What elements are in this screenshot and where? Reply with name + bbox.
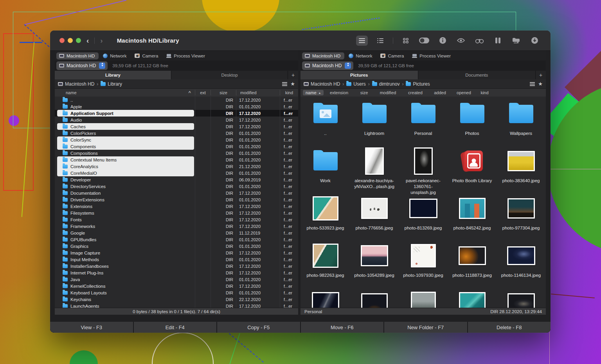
close-button[interactable] — [59, 38, 65, 43]
grid-item[interactable]: photo-533923.jpeg — [301, 192, 350, 240]
file-row[interactable]: FrameworksDIR17.12.2020f...er — [55, 223, 298, 230]
file-row[interactable]: FilesystemsDIR17.12.2020f...er — [55, 210, 298, 216]
folder-tab-library[interactable]: Library — [55, 71, 171, 79]
file-row[interactable]: AppleDIR01.01.2020f...er — [55, 103, 298, 110]
file-row[interactable]: GoogleDIR11.12.2019f...er — [55, 230, 298, 236]
device-tab-macintosh-hd[interactable]: Macintosh HD — [56, 52, 99, 59]
file-row[interactable]: InstallerSandboxesDIR17.12.2020f...er — [55, 263, 298, 269]
forward-button[interactable]: › — [95, 36, 108, 45]
grid-item[interactable]: photo-1054289.jpeg — [350, 240, 399, 287]
function-key-f8[interactable]: Delete - F8 — [468, 322, 551, 333]
column-header-modified[interactable]: modified — [374, 90, 402, 95]
file-row[interactable]: LaunchAgentsDIR17.12.2020f...er — [55, 303, 298, 308]
file-row[interactable]: ExtensionsDIR17.12.2020f...er — [55, 203, 298, 210]
folder-tab-desktop[interactable]: Desktop — [171, 71, 288, 79]
favorites-star-icon[interactable]: ★ — [538, 81, 543, 86]
breadcrumb-segment[interactable]: Macintosh HD — [304, 81, 340, 87]
file-row[interactable]: KeychainsDIR22.12.2020f...er — [55, 296, 298, 303]
file-row[interactable]: GraphicsDIR01.01.2020f...er — [55, 243, 298, 249]
file-row[interactable]: Input MethodsDIR01.01.2020f...er — [55, 256, 298, 263]
grid-item[interactable]: photo-982263.jpeg — [301, 240, 350, 287]
grid-item[interactable]: Photo Booth Library — [448, 145, 497, 192]
grid-item[interactable]: Wallpapers — [497, 98, 545, 145]
device-tab-camera[interactable]: Camera — [378, 52, 408, 59]
file-row[interactable]: DriverExtensionsDIR01.01.2020f...er — [55, 196, 298, 203]
dual-pane-button[interactable] — [492, 36, 504, 46]
file-row[interactable]: KernelCollectionsDIR17.12.2020f...er — [55, 283, 298, 289]
minimize-button[interactable] — [68, 38, 73, 43]
grid-item[interactable] — [448, 287, 497, 308]
device-tab-network[interactable]: Network — [346, 52, 376, 59]
network-folder-button[interactable] — [510, 36, 522, 46]
download-button[interactable] — [529, 36, 540, 46]
grid-item[interactable]: photo-1146134.jpeg — [497, 240, 545, 287]
back-button[interactable]: ‹ — [81, 36, 94, 45]
column-header-name[interactable]: name▲ — [303, 90, 324, 95]
file-row[interactable]: CachesDIR17.12.2020f...er — [55, 123, 298, 130]
file-row[interactable]: FontsDIR17.12.2020f...er — [55, 216, 298, 223]
device-tab-camera[interactable]: Camera — [132, 52, 162, 59]
function-key-f4[interactable]: Edit - F4 — [134, 322, 217, 333]
grid-item[interactable]: Personal — [399, 98, 448, 145]
grid-item[interactable]: photo-845242.jpeg — [448, 192, 497, 240]
file-row[interactable]: ComponentsDIR01.01.2020f...er — [55, 143, 298, 150]
detail-view-button[interactable] — [374, 36, 386, 46]
file-row[interactable]: Image CaptureDIR17.12.2020f...er — [55, 249, 298, 256]
grid-item[interactable]: Lightroom — [350, 98, 399, 145]
device-tab-process-viewer[interactable]: Process Viewer — [409, 52, 455, 59]
column-header-modified[interactable]: modified — [236, 90, 280, 95]
column-header-kind[interactable]: kind — [280, 90, 298, 95]
info-button[interactable] — [437, 36, 448, 46]
file-row[interactable]: ColorPickersDIR01.01.2020f...er — [55, 130, 298, 136]
file-row[interactable]: JavaDIR01.01.2020f...er — [55, 276, 298, 283]
file-row[interactable]: AudioDIR17.12.2020f...er — [55, 117, 298, 123]
list-view-button[interactable] — [356, 36, 368, 46]
grid-item[interactable]: Work — [301, 145, 350, 192]
zoom-button[interactable] — [76, 38, 81, 43]
grid-item[interactable] — [497, 287, 545, 308]
column-header-kind[interactable]: kind — [476, 90, 493, 95]
column-header-created[interactable]: created — [402, 90, 428, 95]
drive-stepper[interactable]: ▲▼ — [99, 63, 105, 69]
column-header-extension[interactable]: extension — [324, 90, 354, 95]
folder-tab-documents[interactable]: Documents — [418, 71, 536, 79]
file-row[interactable]: ..DIR17.12.2020f...er — [55, 97, 298, 103]
file-row[interactable]: GPUBundlesDIR01.01.2020f...er — [55, 236, 298, 243]
column-header-ext[interactable]: ext — [195, 90, 211, 95]
grid-item[interactable] — [399, 287, 448, 308]
drive-stepper[interactable]: ▲▼ — [345, 63, 351, 69]
breadcrumb-segment[interactable]: Users — [346, 81, 365, 87]
column-header-size[interactable]: size — [354, 90, 374, 95]
breadcrumb-segment[interactable]: Macintosh HD — [58, 81, 94, 87]
preview-button[interactable] — [455, 36, 467, 46]
folder-tab-pictures[interactable]: Pictures — [300, 71, 418, 79]
grid-item[interactable]: photo-383640.jpeg — [497, 145, 545, 192]
column-header-name[interactable]: name ^ — [55, 90, 195, 95]
grid-item[interactable]: photo-776656.jpeg — [350, 192, 399, 240]
favorites-star-icon[interactable]: ★ — [290, 81, 295, 86]
device-tab-network[interactable]: Network — [100, 52, 130, 59]
breadcrumb-segment[interactable]: dimtrunov — [372, 81, 400, 87]
file-row[interactable]: DeveloperDIR06.09.2019f...er — [55, 176, 298, 183]
breadcrumb-segment[interactable]: Library — [101, 81, 122, 87]
file-row[interactable]: Application SupportDIR17.12.2020f...er — [55, 110, 298, 117]
grid-item[interactable]: pavel-nekoranec-1360761-unsplash.jpg — [399, 145, 448, 192]
drive-selector[interactable]: Macintosh HD ▲▼ — [56, 61, 108, 70]
file-row[interactable]: ColorSyncDIR01.01.2020f...er — [55, 136, 298, 143]
grid-item[interactable]: photo-1097930.jpeg — [399, 240, 448, 287]
grid-item[interactable]: alexandre-tsuchiya-yNViaXO...plash.jpg — [350, 145, 399, 192]
breadcrumb-segment[interactable]: Pictures — [406, 81, 430, 87]
grid-item[interactable]: photo-977304.jpeg — [497, 192, 545, 240]
device-tab-process-viewer[interactable]: Process Viewer — [164, 52, 209, 59]
grid-item[interactable] — [350, 287, 399, 308]
grid-item[interactable]: .. — [301, 98, 350, 145]
drive-selector[interactable]: Macintosh HD ▲▼ — [302, 61, 353, 70]
file-row[interactable]: CoreMedialODIR01.01.2020f...er — [55, 170, 298, 176]
device-tab-macintosh-hd[interactable]: Macintosh HD — [302, 52, 344, 59]
new-tab-button[interactable]: + — [536, 71, 546, 79]
file-row[interactable]: DocumentationDIR17.12.2020f...er — [55, 190, 298, 196]
new-tab-button[interactable]: + — [288, 71, 298, 79]
column-header-added[interactable]: added — [428, 90, 451, 95]
file-row[interactable]: Contextual Menu ItemsDIR01.01.2020f...er — [55, 156, 298, 163]
grid-item[interactable]: photo-1118873.jpeg — [448, 240, 497, 287]
